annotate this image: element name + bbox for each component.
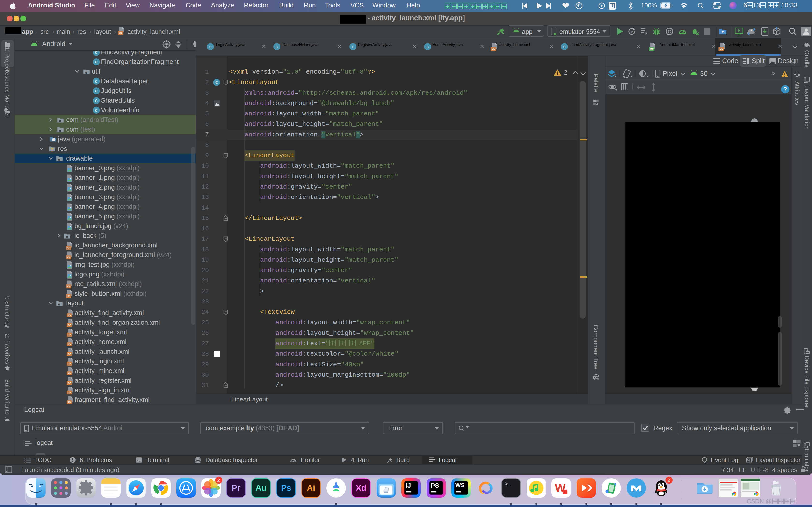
svg-text:<>: <>: [119, 31, 122, 35]
svg-text:<>: <>: [68, 352, 71, 356]
svg-text:<>: <>: [67, 246, 70, 249]
svg-text:<>: <>: [492, 47, 495, 51]
svg-text:<>: <>: [68, 333, 71, 336]
svg-text:<>: <>: [68, 381, 71, 385]
svg-text:<>: <>: [68, 362, 71, 365]
svg-text:<>: <>: [68, 391, 71, 394]
svg-text:<>: <>: [67, 285, 70, 288]
svg-text:A: A: [631, 30, 633, 34]
svg-text:<>: <>: [68, 323, 71, 327]
svg-text:<>: <>: [719, 47, 723, 51]
svg-text:<>: <>: [68, 400, 71, 404]
svg-text:<>: <>: [67, 294, 70, 298]
svg-text:<>: <>: [68, 343, 71, 346]
svg-text:C: C: [668, 29, 671, 34]
svg-text:<>: <>: [68, 372, 71, 375]
svg-text:<>: <>: [67, 256, 70, 259]
svg-text:<>: <>: [68, 314, 71, 317]
svg-text:MF: MF: [650, 48, 654, 51]
